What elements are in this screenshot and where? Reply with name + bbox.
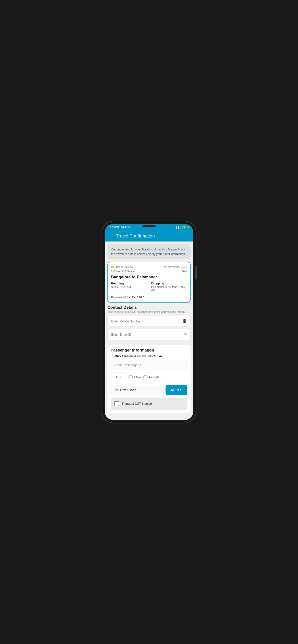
payment-row: Payment of Rs. Rs. 189.0 xyxy=(111,296,187,299)
info-banner: One more step for your Travel confirmati… xyxy=(107,244,191,259)
mobile-input-field[interactable]: 📱 xyxy=(107,316,191,327)
male-radio[interactable] xyxy=(128,375,133,380)
top-bar: ← Travel Confirmation xyxy=(105,230,193,242)
payment-amount: Rs. 189.0 xyxy=(132,296,144,299)
battery-icon: 80 xyxy=(182,226,186,228)
info-banner-text: One more step for your Travel confirmati… xyxy=(111,247,187,256)
ticket-date: 16th November 2023 xyxy=(162,266,187,268)
primary-passenger-row: Primary Passenger Details | Seater : 29 xyxy=(111,354,187,357)
status-time: 12:59 PM | 14.0KB/s xyxy=(108,226,131,228)
side-button xyxy=(196,266,197,280)
status-bar: 12:59 PM | 14.0KB/s ▌▌▌ 80 ⚡ xyxy=(105,224,193,230)
charging-icon: ⚡ xyxy=(187,226,190,228)
mobile-icon: 📱 xyxy=(182,319,187,323)
route-title: Bangalore to Palamaner xyxy=(111,275,187,280)
gst-row[interactable]: Request GST Invoice xyxy=(111,398,187,410)
boarding-label: Boarding xyxy=(111,282,147,285)
phone-notch xyxy=(142,226,156,227)
dropping-section: Dropping Palamaner Bus Stand - 8:45 AM xyxy=(151,282,187,292)
ticket-type-row: 3+2 Non A/C Seater 1 Seat xyxy=(111,270,187,273)
gst-label: Request GST Invoice xyxy=(122,402,152,406)
seat-count: 1 Seat xyxy=(179,270,187,273)
age-input[interactable] xyxy=(111,372,126,382)
page-title: Travel Confirmation xyxy=(116,234,155,238)
back-button[interactable]: ← xyxy=(108,233,113,239)
age-gender-row: Male Female xyxy=(111,372,187,382)
female-radio[interactable] xyxy=(143,375,148,380)
ticket-icon: 🎫 xyxy=(111,266,114,268)
ticket-type: 3+2 Non A/C Seater xyxy=(111,270,135,273)
offer-code-label: Offer Code xyxy=(120,388,136,392)
email-input[interactable] xyxy=(111,333,184,336)
details-label: Passenger Details | Seater : xyxy=(122,354,158,357)
offer-row: 🎟 Offer Code APPLY xyxy=(111,384,187,395)
female-label: Female xyxy=(149,376,160,379)
email-input-field[interactable]: ✉ xyxy=(107,329,191,340)
main-content: One more step for your Travel confirmati… xyxy=(105,242,193,420)
status-icons: ▌▌▌ 80 ⚡ xyxy=(176,226,190,228)
payment-prefix: Payment of Rs. xyxy=(111,296,131,299)
boarding-value: Studio - 5:20 AM xyxy=(111,286,147,289)
contact-title: Contact Details xyxy=(107,305,191,310)
ticket-header: 🎫 Ticket Preview 16th November 2023 xyxy=(111,266,187,268)
gst-checkbox[interactable] xyxy=(114,401,119,406)
dropping-label: Dropping xyxy=(151,282,187,285)
boarding-dropping: Boarding Studio - 5:20 AM Dropping Palam… xyxy=(111,282,187,292)
divider xyxy=(111,294,187,294)
signal-icon: ▌▌▌ xyxy=(176,226,181,228)
email-icon: ✉ xyxy=(184,332,187,336)
mobile-input[interactable] xyxy=(111,320,182,323)
offer-icon: 🎟 xyxy=(114,388,118,392)
ticket-card: 🎫 Ticket Preview 16th November 2023 3+2 … xyxy=(107,262,191,302)
passenger-section-title: Passenger Information xyxy=(111,348,187,353)
offer-input-box[interactable]: 🎟 Offer Code xyxy=(111,384,164,395)
name-input[interactable] xyxy=(111,360,187,370)
passenger-section: Passenger Information Primary Passenger … xyxy=(107,345,191,413)
male-option[interactable]: Male xyxy=(128,375,141,380)
dropping-value: Palamaner Bus Stand - 8:45 AM xyxy=(151,286,187,292)
contact-subtitle: Your booking details will be sent to thi… xyxy=(107,310,191,314)
contact-section: Contact Details Your booking details wil… xyxy=(107,305,191,342)
boarding-section: Boarding Studio - 5:20 AM xyxy=(111,282,147,292)
phone-frame: 12:59 PM | 14.0KB/s ▌▌▌ 80 ⚡ ← Travel Co… xyxy=(102,222,196,422)
phone-screen: 12:59 PM | 14.0KB/s ▌▌▌ 80 ⚡ ← Travel Co… xyxy=(105,224,193,420)
male-label: Male xyxy=(134,376,141,379)
ticket-preview-label: 🎫 Ticket Preview xyxy=(111,266,133,268)
seat-number: 29 xyxy=(159,354,162,357)
primary-label: Primary xyxy=(111,354,121,357)
apply-button[interactable]: APPLY xyxy=(166,384,187,395)
female-option[interactable]: Female xyxy=(143,375,160,380)
